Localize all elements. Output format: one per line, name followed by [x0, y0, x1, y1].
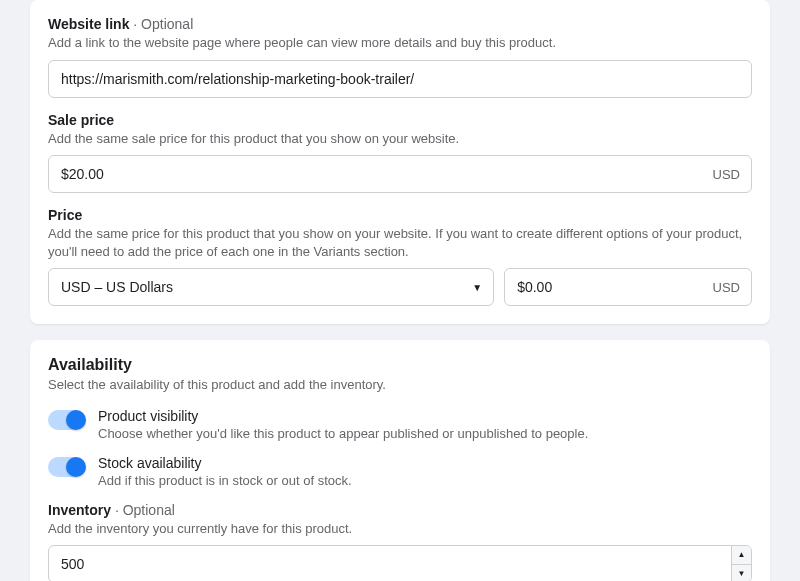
inventory-step-down[interactable]: ▼ [732, 565, 751, 581]
price-input-wrap: USD [504, 268, 752, 306]
sale-price-input[interactable] [48, 155, 752, 193]
inventory-stepper: ▲ ▼ [731, 546, 751, 581]
inventory-label-row: Inventory · Optional [48, 502, 752, 518]
price-label-row: Price [48, 207, 752, 223]
availability-card: Availability Select the availability of … [30, 340, 770, 581]
product-visibility-row: Product visibility Choose whether you'd … [48, 408, 752, 441]
currency-select[interactable] [48, 268, 494, 306]
inventory-input[interactable] [48, 545, 752, 581]
price-field: Price Add the same price for this produc… [48, 207, 752, 306]
price-input[interactable] [504, 268, 752, 306]
stock-availability-content: Stock availability Add if this product i… [98, 455, 752, 488]
price-desc: Add the same price for this product that… [48, 225, 752, 260]
sale-price-input-wrap: USD [48, 155, 752, 193]
website-link-label: Website link [48, 16, 129, 32]
availability-title: Availability [48, 356, 752, 374]
inventory-input-wrap: ▲ ▼ [48, 545, 752, 581]
price-label: Price [48, 207, 82, 223]
product-visibility-title: Product visibility [98, 408, 752, 424]
price-row: ▼ USD [48, 268, 752, 306]
website-link-label-row: Website link · Optional [48, 16, 752, 32]
inventory-optional: · Optional [111, 502, 175, 518]
product-visibility-desc: Choose whether you'd like this product t… [98, 426, 752, 441]
stock-availability-desc: Add if this product is in stock or out o… [98, 473, 752, 488]
sale-price-field: Sale price Add the same sale price for t… [48, 112, 752, 194]
stock-availability-row: Stock availability Add if this product i… [48, 455, 752, 488]
currency-select-wrap: ▼ [48, 268, 494, 306]
product-visibility-content: Product visibility Choose whether you'd … [98, 408, 752, 441]
toggle-knob [66, 410, 86, 430]
inventory-desc: Add the inventory you currently have for… [48, 520, 752, 538]
stock-availability-toggle[interactable] [48, 457, 84, 477]
toggle-knob [66, 457, 86, 477]
website-link-input[interactable] [48, 60, 752, 98]
website-link-desc: Add a link to the website page where peo… [48, 34, 752, 52]
inventory-field: Inventory · Optional Add the inventory y… [48, 502, 752, 581]
inventory-label: Inventory [48, 502, 111, 518]
sale-price-label-row: Sale price [48, 112, 752, 128]
product-visibility-toggle[interactable] [48, 410, 84, 430]
availability-desc: Select the availability of this product … [48, 376, 752, 394]
sale-price-desc: Add the same sale price for this product… [48, 130, 752, 148]
inventory-step-up[interactable]: ▲ [732, 546, 751, 565]
website-link-field: Website link · Optional Add a link to th… [48, 16, 752, 98]
website-link-optional: · Optional [129, 16, 193, 32]
product-details-card: Website link · Optional Add a link to th… [30, 0, 770, 324]
sale-price-label: Sale price [48, 112, 114, 128]
stock-availability-title: Stock availability [98, 455, 752, 471]
